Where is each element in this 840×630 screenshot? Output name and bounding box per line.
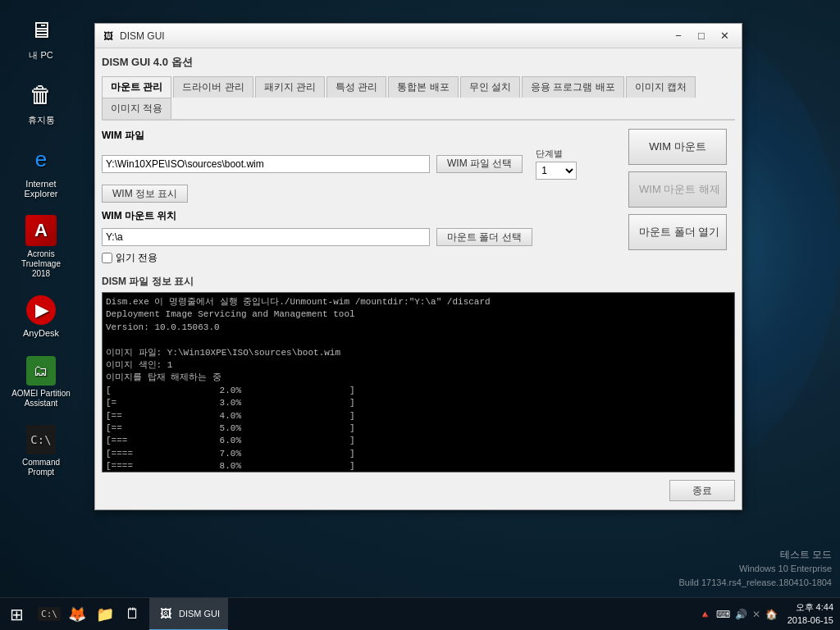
watermark-line2: Windows 10 Enterprise	[678, 562, 832, 576]
mount-section: WIM 마운트 위치 마운트 폴더 선택 읽기 전용	[102, 209, 622, 265]
wim-file-input[interactable]	[102, 155, 430, 173]
dism-window: 🖼 DISM GUI − □ ✕ DISM GUI 4.0 옵션 마운트 관리 …	[94, 23, 742, 510]
taskbar-notepad-icon[interactable]: 🗒	[120, 598, 146, 631]
recycle-icon: 🗑	[25, 78, 57, 111]
log-area[interactable]	[102, 292, 735, 472]
window-icon: 🖼	[102, 30, 115, 43]
readonly-label[interactable]: 읽기 전용	[102, 251, 158, 265]
tray-icon-4[interactable]: ✕	[752, 609, 760, 620]
desktop: 🖥 내 PC 🗑 휴지통 e Internet Explorer A Acron…	[0, 0, 840, 630]
watermark: 테스트 모드 Windows 10 Enterprise Build 17134…	[678, 547, 832, 589]
mount-path-row: 마운트 폴더 선택	[102, 228, 622, 246]
taskbar-pinned: C:\ 🦊 📁 🗒	[33, 598, 149, 631]
desktop-icon-area: 🖥 내 PC 🗑 휴지통 e Internet Explorer A Acron…	[8, 8, 74, 482]
window-body: DISM GUI 4.0 옵션 마운트 관리 드라이버 관리 패키지 관리 특성…	[95, 48, 742, 509]
taskbar-right: 🔺 ⌨ 🔊 ✕ 🏠 오후 4:44 2018-06-15	[699, 601, 840, 627]
cmd-icon: C:\	[26, 425, 56, 454]
taskbar-time: 오후 4:44	[788, 601, 833, 614]
desktop-icon-acronis[interactable]: A AcronisTrueImage 2018	[8, 210, 74, 284]
desktop-icon-aomei[interactable]: 🗂 AOMEI PartitionAssistant	[8, 351, 74, 413]
taskbar-dism-item[interactable]: 🖼 DISM GUI	[149, 598, 228, 631]
right-panel: WIM 마운트 WIM 마운트 해제 마운트 폴더 열기	[628, 129, 735, 272]
wim-info-row: WIM 정보 표시	[102, 185, 622, 203]
mypc-icon: 🖥	[25, 13, 57, 46]
mount-title: WIM 마운트 위치	[102, 209, 622, 223]
mypc-label: 내 PC	[29, 49, 52, 62]
window-controls: − □ ✕	[668, 28, 735, 44]
mount-folder-select-button[interactable]: 마운트 폴더 선택	[436, 228, 532, 246]
wim-info-button[interactable]: WIM 정보 표시	[102, 185, 188, 203]
tab-feature[interactable]: 특성 관리	[326, 76, 386, 98]
tab-package[interactable]: 패키지 관리	[255, 76, 325, 98]
taskbar-explorer-icon[interactable]: 📁	[92, 598, 118, 631]
recycle-label: 휴지통	[28, 114, 55, 126]
cmd-label: CommandPrompt	[22, 458, 60, 477]
open-folder-button[interactable]: 마운트 폴더 열기	[628, 214, 727, 250]
window-title: DISM GUI	[120, 30, 668, 42]
ie-icon: e	[25, 143, 57, 176]
desktop-icon-anydesk[interactable]: ▶ AnyDesk	[8, 290, 74, 343]
wim-unmount-button[interactable]: WIM 마운트 해제	[628, 171, 727, 208]
taskbar-dism-label: DISM GUI	[179, 609, 220, 619]
unit-select[interactable]: 1 2 3	[536, 162, 577, 180]
watermark-line1: 테스트 모드	[678, 547, 832, 562]
taskbar-date: 2018-06-15	[788, 614, 833, 627]
tab-mount[interactable]: 마운트 관리	[102, 76, 171, 99]
tab-capture[interactable]: 이미지 캡처	[626, 76, 696, 98]
acronis-label: AcronisTrueImage 2018	[11, 249, 71, 279]
tray-icon-1[interactable]: 🔺	[699, 609, 711, 620]
wim-select-button[interactable]: WIM 파일 선택	[436, 155, 523, 173]
tray-area: 🔺 ⌨ 🔊 ✕ 🏠	[699, 609, 778, 620]
wim-mount-button[interactable]: WIM 마운트	[628, 129, 727, 165]
window-titlebar: 🖼 DISM GUI − □ ✕	[95, 24, 742, 48]
minimize-button[interactable]: −	[668, 28, 689, 44]
mount-path-input[interactable]	[102, 228, 430, 246]
taskbar-firefox-icon[interactable]: 🦊	[64, 598, 90, 631]
watermark-line3: Build 17134.rs4_release.180410-1804	[678, 576, 832, 590]
main-layout: WIM 파일 WIM 파일 선택 단계별 1 2 3	[102, 129, 735, 272]
taskbar-clock: 오후 4:44 2018-06-15	[788, 601, 833, 627]
bottom-bar: 종료	[102, 475, 735, 503]
ie-label: Internet Explorer	[11, 179, 71, 199]
desktop-icon-mypc[interactable]: 🖥 내 PC	[8, 8, 74, 66]
readonly-row: 읽기 전용	[102, 251, 622, 265]
tab-driver[interactable]: 드라이버 관리	[173, 76, 253, 98]
aomei-icon: 🗂	[26, 356, 56, 386]
tray-icon-5[interactable]: 🏠	[765, 609, 778, 620]
log-section: DISM 파일 정보 표시	[102, 275, 735, 475]
log-title: DISM 파일 정보 표시	[102, 275, 735, 289]
tab-apply[interactable]: 이미지 적용	[102, 98, 171, 119]
taskbar-dism-icon: 🖼	[158, 605, 174, 622]
tab-unattend[interactable]: 무인 설치	[460, 76, 520, 98]
close-button[interactable]: ✕	[714, 28, 735, 44]
anydesk-icon: ▶	[26, 295, 56, 325]
unit-label: 단계별	[536, 148, 563, 160]
tab-integrate[interactable]: 통합본 배포	[388, 76, 458, 98]
tray-icon-2[interactable]: ⌨	[716, 609, 730, 620]
desktop-icon-cmd[interactable]: C:\ CommandPrompt	[8, 420, 74, 482]
wim-file-section: WIM 파일 WIM 파일 선택 단계별 1 2 3	[102, 129, 622, 203]
desktop-icon-ie[interactable]: e Internet Explorer	[8, 138, 74, 203]
wim-file-row: WIM 파일 선택 단계별 1 2 3	[102, 148, 622, 180]
wim-file-title: WIM 파일	[102, 129, 622, 143]
aomei-label: AOMEI PartitionAssistant	[11, 389, 71, 409]
desktop-icon-recycle[interactable]: 🗑 휴지통	[8, 73, 74, 131]
window-subtitle: DISM GUI 4.0 옵션	[102, 55, 735, 70]
anydesk-label: AnyDesk	[23, 328, 59, 338]
readonly-text: 읽기 전용	[116, 251, 158, 265]
readonly-checkbox[interactable]	[102, 253, 112, 263]
tray-icon-3[interactable]: 🔊	[735, 609, 747, 620]
left-panel: WIM 파일 WIM 파일 선택 단계별 1 2 3	[102, 129, 622, 272]
close-app-button[interactable]: 종료	[669, 480, 735, 501]
acronis-icon: A	[25, 215, 57, 246]
tab-appx[interactable]: 응용 프로그램 배포	[522, 76, 624, 98]
taskbar: ⊞ C:\ 🦊 📁 🗒 🖼 DISM GUI 🔺 ⌨ 🔊 ✕ 🏠 오후 4:44	[0, 597, 840, 630]
start-button[interactable]: ⊞	[0, 598, 33, 631]
maximize-button[interactable]: □	[691, 28, 712, 44]
tab-bar: 마운트 관리 드라이버 관리 패키지 관리 특성 관리 통합본 배포 무인 설치…	[102, 76, 735, 121]
taskbar-cmd-icon[interactable]: C:\	[36, 598, 62, 631]
